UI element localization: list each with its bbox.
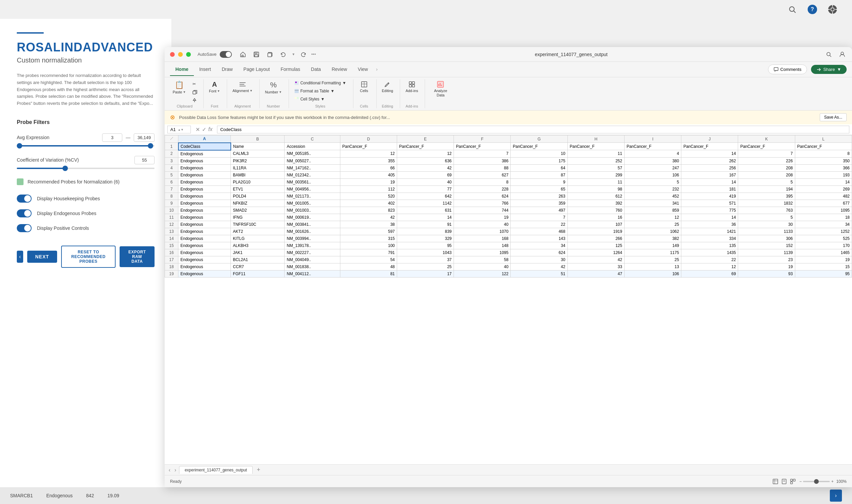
traffic-light-minimize[interactable] [178, 52, 183, 57]
zoom-minus[interactable]: − [799, 479, 802, 484]
cell-b1[interactable]: Name [231, 143, 285, 150]
tab-review[interactable]: Review [326, 63, 352, 76]
tab-formulas[interactable]: Formulas [275, 63, 305, 76]
col-header-a[interactable]: A [178, 136, 231, 143]
col-header-j[interactable]: J [681, 136, 738, 143]
toggle-positive-controls[interactable]: Display Positive Controls [17, 224, 155, 232]
format-as-table-button[interactable]: Format as Table ▼ [292, 87, 349, 95]
addins-button[interactable]: Add-ins [403, 79, 421, 94]
cut-button[interactable]: ✂ [191, 80, 199, 87]
cell-c1[interactable]: Accession [285, 143, 340, 150]
view-normal-icon[interactable] [772, 478, 779, 485]
col-header-d[interactable]: D [340, 136, 397, 143]
view-break-icon[interactable] [789, 478, 797, 485]
editing-button[interactable]: Editing [379, 79, 396, 94]
more-icon[interactable]: ••• [309, 50, 318, 59]
cell-reference[interactable]: A1 ▲▼ [167, 126, 191, 133]
formula-cross-icon[interactable]: ✕ [196, 126, 200, 133]
font-button[interactable]: A Font ▼ [206, 79, 223, 94]
traffic-light-close[interactable] [170, 52, 175, 57]
format-painter-button[interactable] [191, 97, 199, 104]
cell-h1[interactable]: PanCancer_F [567, 143, 624, 150]
analyze-button[interactable]: Analyze Data [428, 79, 453, 99]
row-num-1[interactable]: 1 [165, 143, 178, 150]
number-button[interactable]: % Number ▼ [262, 79, 285, 95]
tab-view[interactable]: View [352, 63, 373, 76]
zoom-plus[interactable]: + [831, 479, 834, 484]
toggle-housekeeping-switch[interactable] [17, 195, 32, 203]
tab-more[interactable]: › [373, 63, 380, 76]
undo-arrow-down[interactable]: ▼ [289, 50, 298, 59]
save-as-button[interactable]: Save As... [820, 113, 847, 121]
paste-button[interactable]: 📋 Paste ▼ [170, 79, 188, 95]
copy-button[interactable] [191, 89, 199, 95]
col-header-k[interactable]: K [738, 136, 795, 143]
tab-home[interactable]: Home [170, 63, 194, 76]
row-num-2[interactable]: 2 [165, 150, 178, 158]
col-header-i[interactable]: I [624, 136, 681, 143]
cell-f1[interactable]: PanCancer_F [454, 143, 511, 150]
traffic-light-fullscreen[interactable] [186, 52, 191, 57]
toggle-positive-controls-switch[interactable] [17, 224, 32, 232]
search-icon[interactable] [786, 3, 798, 16]
sheet-nav-next[interactable]: › [173, 467, 177, 473]
search-xl-icon[interactable] [824, 50, 833, 59]
toggle-endogenous-switch[interactable] [17, 209, 32, 217]
tab-draw[interactable]: Draw [216, 63, 238, 76]
formula-fx-icon[interactable]: fx [208, 126, 212, 133]
col-header-l[interactable]: L [795, 136, 852, 143]
cv-slider[interactable] [17, 168, 155, 169]
formula-check-icon[interactable]: ✓ [202, 126, 206, 133]
sheet-nav-prev[interactable]: ‹ [167, 467, 172, 473]
tab-data[interactable]: Data [306, 63, 327, 76]
avg-expression-max[interactable]: 36,149 [134, 133, 155, 142]
tab-insert[interactable]: Insert [194, 63, 216, 76]
cell-g1[interactable]: PanCancer_F [511, 143, 567, 150]
cell-a1[interactable]: CodeClass [178, 143, 231, 150]
help-icon[interactable]: ? [806, 3, 818, 16]
zoom-control[interactable]: − + 100% [799, 479, 847, 484]
home-icon[interactable] [238, 50, 247, 59]
share-button[interactable]: Share ▼ [811, 65, 847, 74]
sheet-tab-add[interactable]: + [254, 466, 263, 473]
avg-expression-slider[interactable] [17, 145, 155, 146]
settings-icon[interactable] [827, 3, 838, 16]
cell-e1[interactable]: PanCancer_F [397, 143, 454, 150]
redo-icon[interactable] [299, 50, 308, 59]
save-copy-icon[interactable] [266, 50, 274, 59]
alignment-button[interactable]: Alignment ▼ [230, 79, 255, 94]
export-button[interactable]: EXPORT RAW DATA [120, 246, 155, 267]
undo-icon[interactable] [279, 50, 288, 59]
cell-j1[interactable]: PanCancer_F [681, 143, 738, 150]
comments-button[interactable]: Comments [768, 65, 807, 74]
cell-styles-button[interactable]: Cell Styles ▼ [292, 95, 349, 103]
col-header-g[interactable]: G [511, 136, 567, 143]
conditional-formatting-button[interactable]: Conditional Formatting ▼ [292, 79, 349, 87]
formula-input[interactable] [217, 126, 849, 133]
prev-button[interactable]: ‹ [17, 251, 23, 263]
spreadsheet-container[interactable]: A B C D E F G H I J K L 1 CodeClass [165, 135, 852, 464]
cell-l1[interactable]: PanCancer_F [795, 143, 852, 150]
cv-value[interactable]: 55 [134, 156, 155, 164]
sheet-tab-main[interactable]: experiment_114077_genes_output [179, 466, 253, 474]
autosave-toggle[interactable] [220, 51, 232, 58]
tab-page-layout[interactable]: Page Layout [238, 63, 275, 76]
col-header-h[interactable]: H [567, 136, 624, 143]
col-header-e[interactable]: E [397, 136, 454, 143]
toggle-housekeeping[interactable]: Display Housekeeping Probes [17, 195, 155, 203]
toggle-endogenous[interactable]: Display Endogenous Probes [17, 209, 155, 217]
cell-ref-arrows[interactable]: ▲▼ [178, 128, 184, 131]
next-button[interactable]: NEXT [27, 251, 57, 263]
col-header-b[interactable]: B [231, 136, 285, 143]
person-icon[interactable] [838, 50, 847, 59]
cell-i1[interactable]: PanCancer_F [624, 143, 681, 150]
save-icon[interactable] [252, 50, 261, 59]
reset-button[interactable]: RESET TO RECOMMENDED PROBES [61, 246, 115, 268]
cell-k1[interactable]: PanCancer_F [738, 143, 795, 150]
status-bar-arrow[interactable]: › [830, 489, 842, 502]
avg-expression-min[interactable]: 3 [102, 133, 122, 142]
col-header-f[interactable]: F [454, 136, 511, 143]
cell-d1[interactable]: PanCancer_F [340, 143, 397, 150]
cells-button[interactable]: Cells [356, 79, 372, 94]
view-page-icon[interactable] [780, 478, 788, 485]
